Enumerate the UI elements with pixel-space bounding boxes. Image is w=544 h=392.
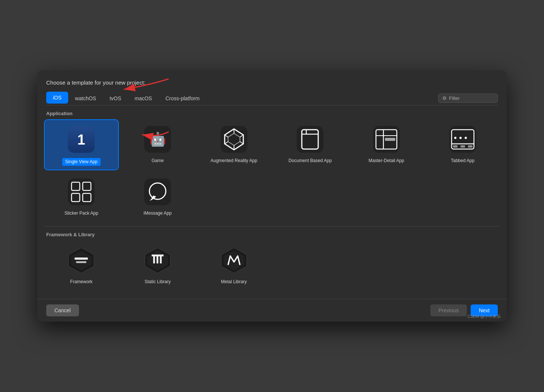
tab-tvos[interactable]: tvOS (103, 92, 128, 104)
sticker-pack-label: Sticker Pack App (64, 211, 98, 216)
sticker-pack-icon (66, 177, 96, 207)
template-static-library[interactable]: Static Library (121, 241, 194, 289)
game-icon: 🤖 (143, 124, 173, 154)
tabbed-app-label: Tabbed App (451, 158, 474, 164)
ar-app-icon (219, 124, 249, 154)
tabbed-app-icon (448, 124, 478, 154)
static-library-icon (143, 246, 173, 275)
dialog-title: Choose a template for your new project: (46, 79, 498, 86)
filter-icon: ⚙ (442, 95, 447, 101)
framework-icon (66, 246, 96, 275)
tab-ios[interactable]: iOS (46, 92, 68, 104)
game-label: Game (152, 158, 164, 164)
new-project-dialog: Choose a template for your new project: … (37, 70, 507, 322)
template-metal-library[interactable]: Metal Library (197, 241, 271, 289)
svg-point-31 (454, 137, 456, 139)
dialog-header: Choose a template for your new project: … (37, 70, 507, 105)
filter-label: Filter (449, 95, 460, 101)
template-master-detail[interactable]: Master-Detail App (350, 120, 423, 170)
cancel-button[interactable]: Cancel (46, 304, 79, 316)
svg-point-33 (465, 137, 467, 139)
template-document-based[interactable]: Document Based App (273, 120, 347, 170)
svg-rect-43 (75, 257, 88, 260)
template-game[interactable]: 🤖 Game (121, 120, 194, 170)
svg-point-32 (459, 137, 462, 139)
svg-rect-28 (453, 145, 458, 148)
static-library-label: Static Library (145, 279, 171, 285)
document-based-icon (295, 124, 325, 154)
filter-box[interactable]: ⚙ Filter (438, 94, 498, 103)
svg-text:1: 1 (78, 132, 85, 148)
template-ar-app[interactable]: Augmented Reality App (197, 120, 271, 170)
tab-crossplatform[interactable]: Cross-platform (159, 92, 206, 104)
single-view-app-icon: 1 (66, 124, 96, 154)
svg-rect-44 (76, 261, 86, 263)
metal-library-icon (219, 246, 249, 275)
dialog-footer: Cancel Previous Next (37, 299, 507, 322)
svg-rect-50 (152, 255, 164, 256)
ar-app-label: Augmented Reality App (211, 158, 257, 164)
watermark: CSDN @小小米乐 (468, 314, 501, 319)
template-single-view-app[interactable]: 1 Single View App (45, 120, 118, 170)
previous-button[interactable]: Previous (430, 304, 467, 316)
template-tabbed-app[interactable]: Tabbed App (426, 120, 499, 170)
tabs-row: iOS watchOS tvOS macOS Cross-platform ⚙ … (46, 92, 498, 105)
framework-section-title: Framework & Library (43, 227, 501, 241)
svg-rect-48 (156, 256, 158, 263)
svg-text:🤖: 🤖 (149, 131, 166, 147)
document-based-label: Document Based App (288, 158, 332, 164)
template-imessage-app[interactable]: iMessage App (121, 173, 194, 220)
svg-rect-49 (160, 256, 162, 263)
single-view-app-label: Single View App (62, 158, 101, 166)
master-detail-label: Master-Detail App (369, 158, 404, 164)
framework-label: Framework (70, 279, 92, 285)
template-framework[interactable]: Framework (45, 241, 118, 289)
application-section-title: Application (43, 105, 501, 120)
tab-macos[interactable]: macOS (128, 92, 159, 104)
svg-rect-24 (385, 138, 395, 141)
imessage-app-icon (143, 177, 173, 207)
tab-watchos[interactable]: watchOS (68, 92, 103, 104)
svg-rect-30 (468, 145, 472, 148)
framework-grid: Framework Static Library (43, 241, 501, 293)
imessage-app-label: iMessage App (143, 211, 171, 216)
template-sticker-pack[interactable]: Sticker Pack App (45, 173, 118, 220)
svg-rect-47 (153, 256, 155, 263)
master-detail-icon (371, 124, 401, 154)
dialog-body: Application 1 (37, 105, 507, 299)
application-grid: 1 Single View App 🤖 Game (43, 120, 501, 225)
svg-rect-29 (461, 145, 465, 148)
metal-library-label: Metal Library (221, 279, 247, 285)
